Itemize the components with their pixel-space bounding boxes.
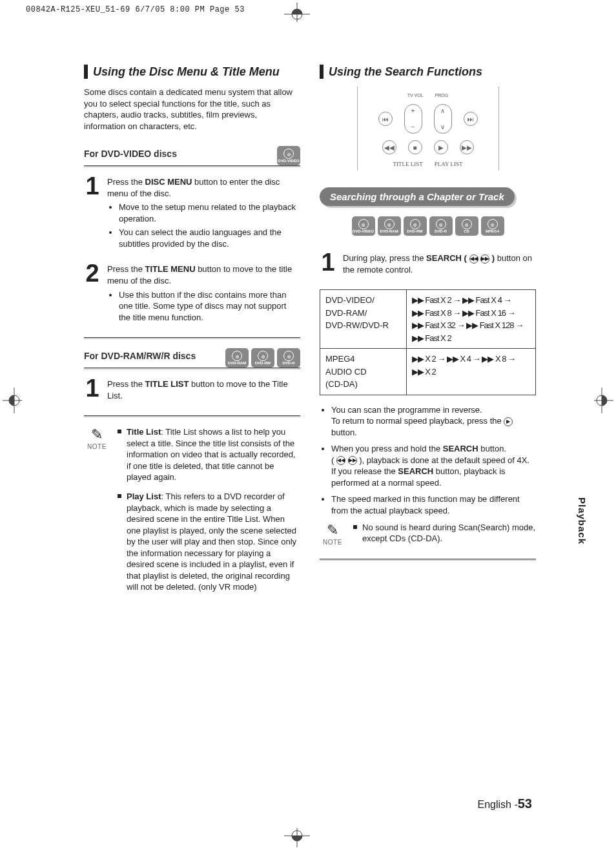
registration-mark-right bbox=[594, 388, 613, 413]
note-block-left: ✎ NOTE Title List: Title List shows a li… bbox=[84, 426, 300, 601]
note-item: Title List: Title List shows a list to h… bbox=[118, 426, 300, 483]
disc-badge: ◎DVD-R bbox=[429, 216, 453, 236]
note-block-right: ✎ NOTE No sound is heard during Scan(Sea… bbox=[320, 522, 536, 552]
rew-icon: ◀◀ bbox=[382, 140, 396, 154]
left-section-title: Using the Disc Menu & Title Menu bbox=[84, 65, 300, 79]
rule bbox=[84, 415, 300, 417]
note-item: Play List: This refers to a DVD recorder… bbox=[118, 491, 300, 593]
print-header-text: 00842A-R125-XEU_51-69 6/7/05 8:00 PM Pag… bbox=[26, 5, 245, 14]
badge-row-right: ◎DVD-VIDEO ◎DVD-RAM ◎DVD-RW ◎DVD-R ◎CD ◎… bbox=[320, 216, 536, 236]
prog-rocker: ∧∨ bbox=[434, 104, 452, 134]
step2-bullet: Use this button if the disc contains mor… bbox=[119, 289, 300, 324]
table-cell: ▶▶ X 2 → ▶▶ X 4 → ▶▶ X 8 → bbox=[412, 354, 515, 364]
rule bbox=[84, 368, 300, 369]
rule bbox=[84, 337, 300, 339]
subhead-dvdvideo: For DVD-VIDEO discs bbox=[84, 149, 177, 159]
right-step1-lead: During play, press the SEARCH ( ◀◀ ▶▶ ) … bbox=[343, 253, 536, 275]
step1-lead: Press the DISC MENU button to enter the … bbox=[107, 176, 300, 199]
subhead-dvdramrwr: For DVD-RAM/RW/R discs bbox=[84, 351, 196, 361]
step2-lead: Press the TITLE MENU button to move to t… bbox=[107, 264, 300, 286]
print-header: 00842A-R125-XEU_51-69 6/7/05 8:00 PM Pag… bbox=[26, 5, 245, 14]
sub-head-row-2: For DVD-RAM/RW/R discs ◎DVD-RAM ◎DVD-RW … bbox=[84, 348, 300, 368]
bullet-item: You can scan the programme in reverse. T… bbox=[331, 404, 536, 439]
table-cell: ▶▶ Fast X 2 → ▶▶ Fast X 4 → bbox=[412, 295, 511, 305]
prev-icon: ⏮ bbox=[378, 112, 393, 126]
table-cell: ▶▶ Fast X 2 bbox=[412, 333, 451, 343]
table-cell: DVD-RW/DVD-R bbox=[325, 320, 389, 330]
disc-badge: ◎DVD-RAM bbox=[225, 348, 249, 368]
left-title-text: Using the Disc Menu & Title Menu bbox=[93, 65, 280, 79]
ff-circle-icon: ▶▶ bbox=[348, 456, 357, 465]
stop-icon: ■ bbox=[408, 140, 422, 154]
table-cell: MPEG4 bbox=[325, 354, 355, 364]
step-number: 2 bbox=[84, 264, 101, 326]
step3-lead: Press the TITLE LIST button to move to t… bbox=[107, 378, 300, 401]
table-cell: ▶▶ X 2 bbox=[412, 367, 436, 377]
disc-badge: ◎DVD-RAM bbox=[378, 216, 401, 236]
step-number: 1 bbox=[84, 176, 101, 252]
left-step-3: 1 Press the TITLE LIST button to move to… bbox=[84, 378, 300, 404]
disc-badge: ◎CD bbox=[455, 216, 478, 236]
disc-badge: ◎DVD-VIDEO bbox=[352, 216, 375, 236]
step1-bullet: You can select the audio languages and t… bbox=[119, 227, 300, 249]
title-bar-icon bbox=[320, 65, 323, 79]
next-icon: ⏭ bbox=[464, 112, 478, 126]
note-icon: ✎ bbox=[84, 426, 110, 443]
square-bullet-icon bbox=[118, 430, 121, 433]
bullet-item: When you press and hold the SEARCH butto… bbox=[331, 443, 536, 488]
registration-mark-left bbox=[3, 388, 22, 413]
right-title-text: Using the Search Functions bbox=[329, 65, 482, 79]
step1-bullet: Move to the setup menu related to the pl… bbox=[119, 202, 300, 224]
note-label: NOTE bbox=[320, 539, 345, 546]
disc-badge: ◎DVD-RW bbox=[251, 348, 274, 368]
right-step-1: 1 During play, press the SEARCH ( ◀◀ ▶▶ … bbox=[320, 253, 536, 278]
right-bullets: You can scan the programme in reverse. T… bbox=[320, 404, 536, 517]
note-label: NOTE bbox=[84, 443, 110, 450]
note-icon: ✎ bbox=[320, 522, 345, 539]
disc-badge: ◎MPEG4 bbox=[481, 216, 504, 236]
table-cell: ▶▶ Fast X 8 → ▶▶ Fast X 16 → bbox=[412, 308, 515, 318]
registration-mark-top bbox=[284, 3, 310, 22]
side-tab: Playback bbox=[577, 497, 588, 544]
note-item: No sound is heard during Scan(Search) mo… bbox=[353, 522, 536, 544]
registration-mark-bottom bbox=[284, 828, 310, 847]
badge-row-1: ◎DVD-VIDEO bbox=[277, 146, 300, 165]
play-icon: ▶ bbox=[434, 140, 448, 154]
bullet-item: The speed marked in this function may be… bbox=[331, 493, 536, 516]
rule bbox=[84, 165, 300, 167]
vol-rocker: +− bbox=[404, 104, 422, 134]
square-bullet-icon bbox=[353, 525, 357, 529]
step-number: 1 bbox=[84, 378, 101, 404]
badge-row-2: ◎DVD-RAM ◎DVD-RW ◎DVD-R bbox=[225, 348, 300, 368]
disc-badge: ◎DVD-R bbox=[277, 348, 300, 368]
title-bar-icon bbox=[84, 65, 88, 79]
ff-icon: ▶▶ bbox=[460, 140, 474, 154]
table-cell: AUDIO CD bbox=[325, 367, 367, 377]
disc-badge: ◎DVD-RW bbox=[404, 216, 427, 236]
table-cell: DVD-VIDEO/ bbox=[325, 295, 375, 305]
rew-circle-icon: ◀◀ bbox=[336, 456, 345, 465]
remote-diagram: TV VOLPROG ⏮ +− ∧∨ ⏭ ◀◀ ■ ▶ ▶▶ TITLE LIS… bbox=[357, 87, 499, 171]
table-cell: ▶▶ Fast X 32 → ▶▶ Fast X 128 → bbox=[412, 320, 524, 330]
left-intro: Some discs contain a dedicated menu syst… bbox=[84, 87, 300, 132]
table-cell: DVD-RAM/ bbox=[325, 308, 367, 318]
left-step-1: 1 Press the DISC MENU button to enter th… bbox=[84, 176, 300, 252]
page-content: Using the Disc Menu & Title Menu Some di… bbox=[84, 65, 536, 601]
right-section-title: Using the Search Functions bbox=[320, 65, 536, 79]
play-circle-icon: ▶ bbox=[504, 417, 513, 426]
left-column: Using the Disc Menu & Title Menu Some di… bbox=[84, 65, 300, 601]
step-number: 1 bbox=[320, 253, 336, 278]
square-bullet-icon bbox=[118, 494, 121, 498]
table-cell: (CD-DA) bbox=[325, 379, 358, 389]
rew-circle-icon: ◀◀ bbox=[469, 254, 478, 264]
page-footer: English -53 bbox=[478, 796, 533, 811]
sub-head-row-1: For DVD-VIDEO discs ◎DVD-VIDEO bbox=[84, 146, 300, 165]
right-column: Using the Search Functions TV VOLPROG ⏮ … bbox=[320, 65, 536, 601]
rule bbox=[320, 559, 536, 561]
subsection-pill: Searching through a Chapter or Track bbox=[320, 187, 515, 206]
speed-table: DVD-VIDEO/ DVD-RAM/ DVD-RW/DVD-R ▶▶ Fast… bbox=[320, 289, 536, 395]
disc-badge-dvdvideo: ◎DVD-VIDEO bbox=[277, 146, 300, 165]
ff-circle-icon: ▶▶ bbox=[480, 254, 489, 264]
left-step-2: 2 Press the TITLE MENU button to move to… bbox=[84, 264, 300, 326]
